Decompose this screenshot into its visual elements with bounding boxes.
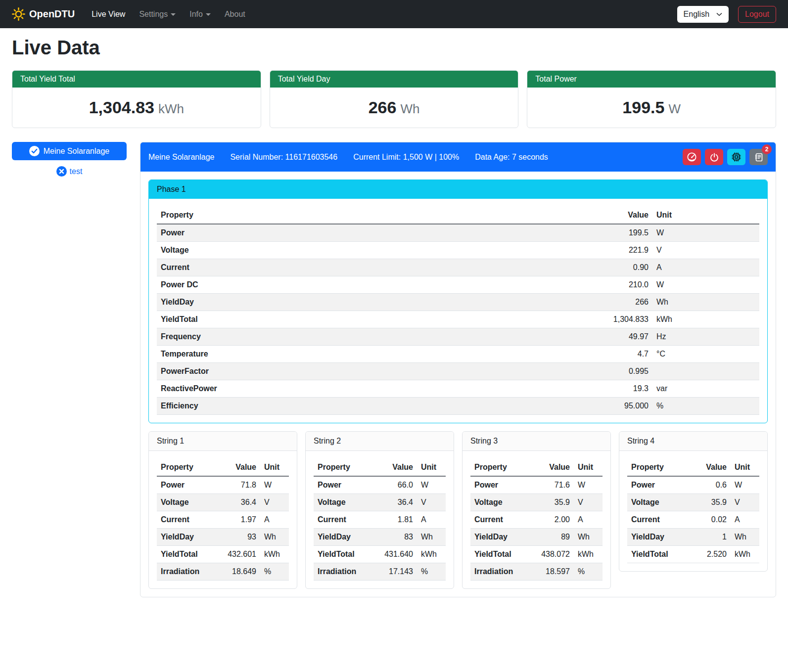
column-header-value: Value bbox=[527, 459, 574, 476]
nav-item-about[interactable]: About bbox=[218, 6, 252, 23]
property-cell: YieldTotal bbox=[157, 311, 453, 328]
unit-cell: % bbox=[652, 398, 759, 415]
value-cell: 4.7 bbox=[453, 346, 652, 363]
string-card: String 2 Property Value Unit Power66.0WV… bbox=[305, 431, 454, 589]
value-cell: 0.90 bbox=[453, 259, 652, 276]
strings-row: String 1 Property Value Unit Power71.8WV… bbox=[148, 431, 768, 589]
value-cell: 17.143 bbox=[370, 563, 417, 581]
unit-cell: V bbox=[652, 242, 759, 259]
unit-cell: V bbox=[417, 494, 446, 511]
unit-cell: V bbox=[260, 494, 289, 511]
column-header-unit: Unit bbox=[260, 459, 289, 476]
property-cell: ReactivePower bbox=[157, 380, 453, 398]
property-cell: Current bbox=[627, 511, 684, 529]
property-cell: Power bbox=[157, 476, 213, 494]
column-header-unit: Unit bbox=[652, 207, 759, 224]
table-row: YieldDay83Wh bbox=[314, 529, 446, 546]
table-row: Power71.8W bbox=[157, 476, 289, 494]
unit-cell: Wh bbox=[574, 529, 603, 546]
card-value: 199.5 bbox=[622, 98, 664, 117]
property-cell: Frequency bbox=[157, 328, 453, 346]
column-header-value: Value bbox=[213, 459, 260, 476]
property-cell: YieldTotal bbox=[157, 546, 213, 563]
navbar: OpenDTU Live View Settings Info About En… bbox=[0, 0, 788, 28]
table-row: Voltage35.9V bbox=[470, 494, 603, 511]
property-cell: Power bbox=[470, 476, 527, 494]
language-select[interactable]: English bbox=[677, 6, 729, 23]
property-cell: Voltage bbox=[314, 494, 370, 511]
card-header: Total Yield Day bbox=[270, 71, 518, 88]
card-header: Total Power bbox=[527, 71, 776, 88]
inverter-name: Meine Solaranlage bbox=[148, 153, 214, 162]
card-unit: kWh bbox=[158, 101, 184, 116]
string-table: Property Value Unit Power0.6WVoltage35.9… bbox=[627, 459, 759, 563]
summary-cards-row: Total Yield Total 1,304.83kWh Total Yiel… bbox=[12, 70, 776, 128]
value-cell: 95.000 bbox=[453, 398, 652, 415]
nav-item-settings[interactable]: Settings bbox=[132, 6, 183, 23]
string-table: Property Value Unit Power66.0WVoltage36.… bbox=[314, 459, 446, 581]
string-card-title: String 4 bbox=[619, 432, 767, 451]
device-info-button[interactable] bbox=[727, 149, 745, 165]
table-row: Efficiency95.000% bbox=[157, 398, 759, 415]
value-cell: 210.0 bbox=[453, 276, 652, 294]
property-cell: Voltage bbox=[627, 494, 684, 511]
brand[interactable]: OpenDTU bbox=[12, 7, 75, 21]
table-row: PowerFactor0.995 bbox=[157, 363, 759, 380]
property-cell: YieldDay bbox=[314, 529, 370, 546]
inverter-select-button[interactable]: Meine Solaranlage bbox=[12, 142, 127, 160]
string-table-header-row: Property Value Unit bbox=[157, 459, 289, 476]
value-cell: 36.4 bbox=[213, 494, 260, 511]
string-card-title: String 1 bbox=[149, 432, 297, 451]
string-card-body: Property Value Unit Power71.6WVoltage35.… bbox=[463, 451, 610, 588]
property-cell: PowerFactor bbox=[157, 363, 453, 380]
limit-settings-button[interactable] bbox=[683, 149, 701, 165]
unit-cell: kWh bbox=[652, 311, 759, 328]
inverter-item-test[interactable]: test bbox=[12, 166, 127, 177]
table-row: Power66.0W bbox=[314, 476, 446, 494]
table-row: Voltage36.4V bbox=[157, 494, 289, 511]
table-row: Power0.6W bbox=[627, 476, 759, 494]
property-cell: Current bbox=[314, 511, 370, 529]
phase-card-title: Phase 1 bbox=[149, 180, 767, 199]
value-cell: 49.97 bbox=[453, 328, 652, 346]
column-header-value: Value bbox=[684, 459, 731, 476]
value-cell: 18.649 bbox=[213, 563, 260, 581]
value-cell: 71.8 bbox=[213, 476, 260, 494]
event-count-badge: 2 bbox=[762, 144, 772, 154]
string-card-body: Property Value Unit Power0.6WVoltage35.9… bbox=[619, 451, 767, 571]
value-cell: 93 bbox=[213, 529, 260, 546]
chevron-down-icon bbox=[716, 11, 722, 17]
column-header-value: Value bbox=[453, 207, 652, 224]
property-cell: YieldTotal bbox=[627, 546, 684, 563]
value-cell: 19.3 bbox=[453, 380, 652, 398]
phase-table-header-row: Property Value Unit bbox=[157, 207, 759, 224]
power-toggle-button[interactable] bbox=[705, 149, 723, 165]
table-row: Power199.5W bbox=[157, 224, 759, 242]
card-unit: Wh bbox=[400, 101, 419, 116]
chevron-down-icon bbox=[171, 13, 176, 16]
unit-cell bbox=[652, 363, 759, 380]
event-log-button[interactable]: 2 bbox=[749, 149, 768, 165]
inverter-card-body: Phase 1 Property Value Unit Power199.5WV… bbox=[140, 172, 776, 597]
unit-cell: Wh bbox=[260, 529, 289, 546]
unit-cell: A bbox=[417, 511, 446, 529]
property-cell: Current bbox=[470, 511, 527, 529]
string-table: Property Value Unit Power71.8WVoltage36.… bbox=[157, 459, 289, 581]
nav-item-info[interactable]: Info bbox=[183, 6, 218, 23]
table-row: Voltage35.9V bbox=[627, 494, 759, 511]
logout-button[interactable]: Logout bbox=[738, 6, 776, 23]
unit-cell: kWh bbox=[417, 546, 446, 563]
unit-cell: kWh bbox=[574, 546, 603, 563]
property-cell: Power DC bbox=[157, 276, 453, 294]
table-row: YieldDay89Wh bbox=[470, 529, 603, 546]
value-cell: 35.9 bbox=[684, 494, 731, 511]
unit-cell: A bbox=[652, 259, 759, 276]
string-card-title: String 3 bbox=[463, 432, 610, 451]
language-select-value: English bbox=[684, 10, 709, 19]
unit-cell: W bbox=[260, 476, 289, 494]
value-cell: 199.5 bbox=[453, 224, 652, 242]
nav-item-live-view[interactable]: Live View bbox=[85, 6, 132, 23]
column-header-property: Property bbox=[157, 459, 213, 476]
property-cell: Power bbox=[627, 476, 684, 494]
string-table-header-row: Property Value Unit bbox=[627, 459, 759, 476]
